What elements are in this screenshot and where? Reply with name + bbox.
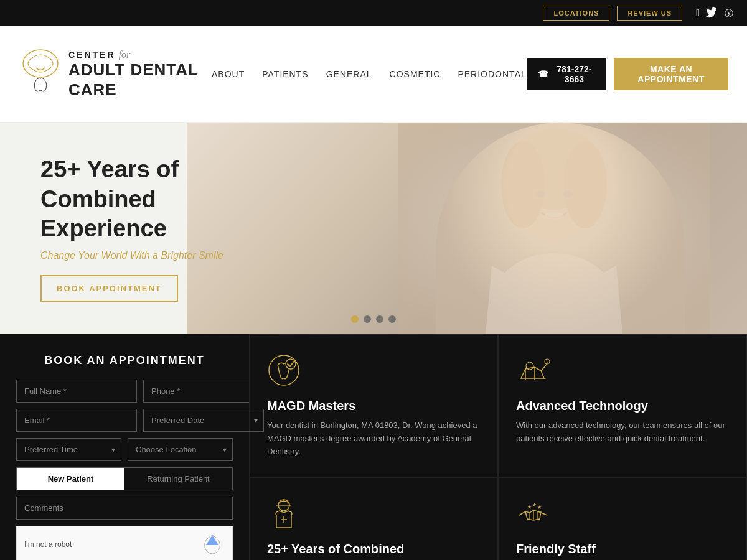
- svg-point-7: [535, 191, 545, 197]
- slide-dot-2[interactable]: [364, 315, 371, 323]
- svg-point-10: [492, 253, 616, 334]
- card-years-title: 25+ Years of Combined: [267, 542, 480, 556]
- appointment-form-panel: BOOK AN APPOINTMENT Preferred Time Morni…: [0, 334, 249, 560]
- logo-care: CARE: [68, 80, 199, 100]
- card-magd-desc: Your dentist in Burlington, MA 01803, Dr…: [267, 419, 480, 458]
- captcha-label: I'm not a robot: [24, 540, 72, 549]
- svg-rect-2: [398, 123, 710, 334]
- nav-general[interactable]: GENERAL: [326, 69, 372, 79]
- logo-area: CENTER for ADULT DENTAL CARE: [19, 46, 212, 102]
- full-name-input[interactable]: [16, 380, 137, 403]
- logo-text: CENTER for ADULT DENTAL CARE: [68, 49, 199, 100]
- card-staff-title: Friendly Staff: [516, 542, 729, 556]
- svg-point-9: [545, 212, 563, 220]
- lower-section: BOOK AN APPOINTMENT Preferred Time Morni…: [0, 334, 747, 560]
- email-input[interactable]: [16, 409, 137, 432]
- logo-center: CENTER: [68, 50, 116, 60]
- phone-button[interactable]: ☎ 781-272-3663: [527, 58, 606, 90]
- hero-subtitle: Change Your World With a Brighter Smile: [40, 250, 277, 261]
- preferred-time-select[interactable]: Preferred Time Morning Afternoon Evening: [16, 438, 121, 461]
- locations-button[interactable]: LOCATIONS: [543, 6, 609, 21]
- svg-point-3: [510, 141, 598, 241]
- nav-about[interactable]: ABOUT: [212, 69, 245, 79]
- slide-dot-3[interactable]: [376, 315, 383, 323]
- choose-location-wrapper: Choose Location Burlington, MA: [128, 438, 233, 461]
- phone-number: 781-272-3663: [553, 64, 595, 84]
- card-magd: MAGD Masters Your dentist in Burlington,…: [249, 334, 498, 477]
- new-patient-button[interactable]: New Patient: [17, 468, 125, 490]
- dentist-person-icon: [267, 497, 301, 531]
- yelp-icon[interactable]: ⓨ: [723, 7, 735, 19]
- slider-dots: [351, 315, 396, 323]
- cards-area: MAGD Masters Your dentist in Burlington,…: [249, 334, 747, 560]
- top-bar: LOCATIONS REVIEW US  ⓨ: [0, 0, 747, 26]
- review-button[interactable]: REVIEW US: [617, 6, 682, 21]
- phone-input[interactable]: [143, 380, 264, 403]
- svg-text:★: ★: [537, 505, 542, 510]
- make-appointment-button[interactable]: MAKE AN APPOINTMENT: [614, 58, 728, 90]
- slide-dot-1[interactable]: [351, 315, 359, 323]
- svg-point-11: [269, 355, 299, 385]
- svg-text:★: ★: [532, 502, 537, 508]
- handshake-icon: ★ ★ ★: [516, 497, 550, 531]
- svg-point-6: [563, 141, 607, 228]
- card-staff: ★ ★ ★ Friendly Staff: [498, 477, 747, 560]
- hero-title: 25+ Years of Combined Experience: [40, 155, 277, 244]
- returning-patient-button[interactable]: Returning Patient: [125, 468, 232, 490]
- comments-input[interactable]: [16, 497, 233, 520]
- header-right: ☎ 781-272-3663 MAKE AN APPOINTMENT: [527, 58, 728, 90]
- main-nav: ABOUT PATIENTS GENERAL COSMETIC PERIODON…: [212, 69, 527, 79]
- twitter-icon[interactable]: [706, 7, 717, 19]
- preferred-date-input[interactable]: [143, 409, 264, 432]
- hero-section: 25+ Years of Combined Experience Change …: [0, 123, 747, 334]
- recaptcha-logo: [200, 534, 225, 556]
- facebook-icon[interactable]: : [696, 7, 700, 19]
- choose-location-select[interactable]: Choose Location Burlington, MA: [128, 438, 233, 461]
- card-tech: Advanced Technology With our advanced te…: [498, 334, 747, 477]
- form-row-email-date: [16, 409, 233, 432]
- patient-toggle: New Patient Returning Patient: [16, 467, 233, 490]
- captcha-box[interactable]: I'm not a robot: [16, 526, 233, 560]
- logo-adult: ADULT DENTAL: [68, 60, 199, 80]
- logo-icon: [19, 46, 62, 102]
- card-tech-desc: With our advanced technology, our team e…: [516, 419, 729, 446]
- nav-cosmetic[interactable]: COSMETIC: [390, 69, 441, 79]
- card-years: 25+ Years of Combined: [249, 477, 498, 560]
- form-title: BOOK AN APPOINTMENT: [16, 354, 233, 367]
- header: CENTER for ADULT DENTAL CARE ABOUT PATIE…: [0, 26, 747, 123]
- svg-text:★: ★: [527, 505, 532, 510]
- preferred-date-wrapper: [143, 409, 264, 432]
- preferred-time-wrapper: Preferred Time Morning Afternoon Evening: [16, 438, 121, 461]
- book-appointment-button[interactable]: BOOK APPOINTMENT: [40, 275, 178, 302]
- form-row-name-phone: [16, 380, 233, 403]
- nav-periodontal[interactable]: PERIODONTAL: [458, 69, 526, 79]
- hero-content: 25+ Years of Combined Experience Change …: [0, 155, 277, 302]
- logo-for: for: [119, 49, 131, 60]
- dental-chair-icon: [516, 353, 550, 388]
- form-row-time-location: Preferred Time Morning Afternoon Evening…: [16, 438, 233, 461]
- phone-icon: ☎: [538, 69, 548, 79]
- svg-point-4: [505, 129, 603, 210]
- social-icons:  ⓨ: [696, 7, 735, 19]
- tooth-check-icon: [267, 353, 301, 388]
- svg-text:ⓨ: ⓨ: [725, 9, 733, 18]
- svg-point-8: [563, 191, 573, 197]
- card-tech-title: Advanced Technology: [516, 399, 729, 413]
- nav-patients[interactable]: PATIENTS: [262, 69, 308, 79]
- svg-point-5: [501, 141, 545, 228]
- slide-dot-4[interactable]: [388, 315, 396, 323]
- card-magd-title: MAGD Masters: [267, 399, 480, 413]
